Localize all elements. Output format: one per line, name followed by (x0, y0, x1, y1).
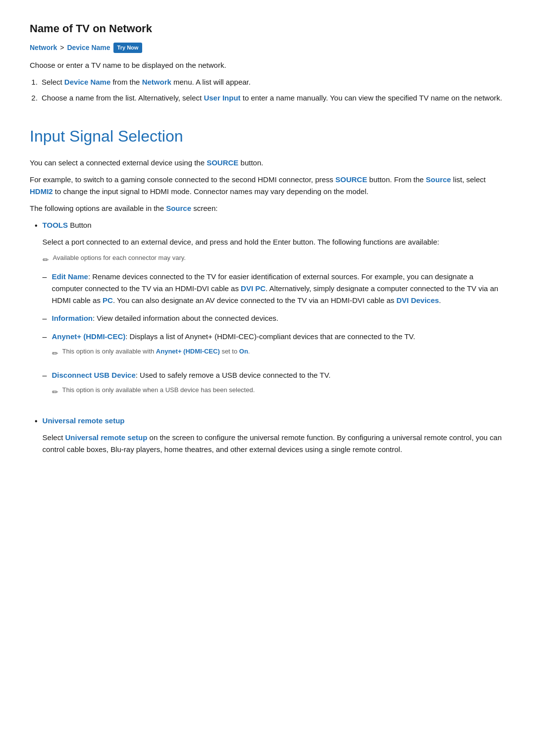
pencil-icon-3: ✏ (52, 386, 58, 398)
tools-note-text: Available options for each connector may… (53, 253, 186, 263)
try-now-badge[interactable]: Try Now (113, 43, 143, 53)
step1-highlight1: Device Name (64, 78, 110, 86)
information-highlight: Information (52, 314, 93, 322)
section-input-signal: Input Signal Selection You can select a … (30, 124, 505, 461)
anynet-content: Anynet+ (HDMI-CEC): Displays a list of A… (52, 331, 505, 363)
source-highlight-1: SOURCE (207, 158, 238, 167)
sub-edit-name: Edit Name: Rename devices connected to t… (43, 271, 505, 306)
universal-remote-content: Universal remote setup Select Universal … (43, 415, 505, 460)
source-highlight-2: SOURCE (335, 175, 367, 184)
tools-intro: Select a port connected to an external d… (43, 236, 505, 248)
pc-highlight: PC (103, 296, 113, 304)
usb-note: ✏ This option is only available when a U… (52, 385, 505, 398)
section2-para2: For example, to switch to a gaming conso… (30, 174, 505, 198)
anynet-highlight: Anynet+ (HDMI-CEC) (52, 332, 126, 341)
tools-sub-list: Edit Name: Rename devices connected to t… (43, 271, 505, 403)
universal-remote-highlight2: Universal remote setup (65, 433, 147, 442)
disconnect-usb-highlight: Disconnect USB Device (52, 371, 136, 379)
step1-highlight2: Network (142, 78, 171, 86)
breadcrumb-separator: > (60, 42, 64, 53)
section1-steps: Select Device Name from the Network menu… (40, 76, 505, 104)
section1-step1: Select Device Name from the Network menu… (40, 76, 505, 88)
usb-note-text: This option is only available when a USB… (62, 385, 255, 395)
tools-highlight: TOOLS (43, 221, 68, 229)
bullet-universal-remote: Universal remote setup Select Universal … (35, 415, 505, 460)
bullet-tools: TOOLS Button Select a port connected to … (35, 219, 505, 408)
universal-remote-label: Universal remote setup (43, 415, 505, 427)
sub-anynet: Anynet+ (HDMI-CEC): Displays a list of A… (43, 331, 505, 363)
section2-para1: You can select a connected external devi… (30, 157, 505, 169)
breadcrumb: Network > Device Name Try Now (30, 42, 505, 53)
source-highlight-3: Source (426, 175, 451, 184)
section1-step2: Choose a name from the list. Alternative… (40, 92, 505, 104)
step2-highlight1: User Input (204, 94, 240, 102)
edit-name-content: Edit Name: Rename devices connected to t… (52, 271, 505, 306)
section-name-of-tv: Name of TV on Network Network > Device N… (30, 20, 505, 104)
breadcrumb-device-name: Device Name (67, 42, 110, 53)
section2-para3: The following options are available in t… (30, 202, 505, 214)
universal-remote-highlight: Universal remote setup (43, 416, 125, 425)
dvi-devices-highlight: DVI Devices (396, 296, 439, 304)
universal-remote-intro: Select Universal remote setup on the scr… (43, 432, 505, 455)
anynet-note-highlight2: On (239, 348, 248, 355)
anynet-note-text: This option is only available with Anyne… (62, 347, 250, 356)
dvi-pc-highlight: DVI PC (241, 284, 266, 293)
tools-label: TOOLS Button (43, 219, 505, 231)
disconnect-usb-content: Disconnect USB Device: Used to safely re… (52, 369, 505, 402)
source-highlight-4: Source (166, 204, 191, 212)
anynet-note: ✏ This option is only available with Any… (52, 347, 505, 359)
pencil-icon-2: ✏ (52, 348, 58, 359)
pencil-icon: ✏ (43, 254, 49, 266)
sub-information: Information: View detailed information a… (43, 312, 505, 325)
sub-disconnect-usb: Disconnect USB Device: Used to safely re… (43, 369, 505, 402)
breadcrumb-network: Network (30, 42, 57, 53)
bullet-list: TOOLS Button Select a port connected to … (35, 219, 505, 461)
tools-content: TOOLS Button Select a port connected to … (43, 219, 505, 408)
section1-intro: Choose or enter a TV name to be displaye… (30, 59, 505, 71)
tools-note: ✏ Available options for each connector m… (43, 253, 505, 266)
information-content: Information: View detailed information a… (52, 312, 505, 325)
section2-title: Input Signal Selection (30, 124, 505, 149)
anynet-note-highlight1: Anynet+ (HDMI-CEC) (156, 348, 220, 355)
edit-name-highlight: Edit Name (52, 272, 88, 281)
hdmi2-highlight: HDMI2 (30, 187, 53, 196)
section1-title: Name of TV on Network (30, 20, 505, 37)
